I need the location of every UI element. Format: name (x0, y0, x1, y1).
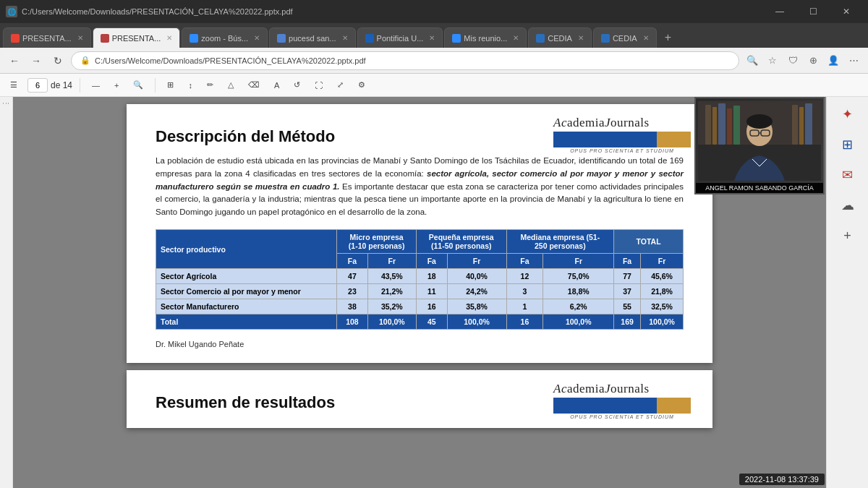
webcam-video (696, 98, 823, 183)
nav-icons: 🔍 ☆ 🛡 ⊕ 👤 ⋯ (744, 52, 862, 69)
nav-bar: ← → ↻ 🔒 C:/Users/Welcome/Downloads/PRESE… (0, 48, 868, 74)
table-subheader-fa3: Fa (506, 254, 543, 269)
table-cell-fr4-2: 21,8% (641, 284, 684, 299)
table-subheader-fa2: Fa (416, 254, 447, 269)
zoom-in-button[interactable]: + (110, 80, 123, 91)
tab-pontificia[interactable]: Pontificia U... ✕ (357, 27, 443, 48)
table-cell-fa4-t: 169 (614, 314, 641, 330)
new-tab-button[interactable]: + (658, 27, 678, 48)
draw-button[interactable]: △ (224, 79, 238, 91)
table-cell-total-label: Total (156, 314, 337, 330)
tab-favicon-7 (536, 34, 545, 43)
separator-2 (155, 78, 156, 93)
tab-close-2[interactable]: ✕ (166, 34, 172, 42)
page-input[interactable] (27, 78, 48, 93)
tabs-bar: PRESENTA... ✕ PRESENTA... ✕ zoom - Bús..… (0, 23, 868, 48)
minimize-button[interactable]: — (764, 0, 796, 23)
table-cell-fa1-2: 23 (337, 284, 367, 299)
settings-button[interactable]: ⚙ (354, 79, 370, 91)
table-cell-fr4-1: 45,6% (641, 269, 684, 284)
tab-close-4[interactable]: ✕ (342, 34, 348, 42)
table-cell-fr2-3: 35,8% (447, 299, 506, 314)
svg-rect-7 (792, 105, 798, 145)
tab-close-6[interactable]: ✕ (513, 34, 519, 42)
tab-cedia2[interactable]: CEDIA ✕ (593, 27, 657, 48)
tab-zoom[interactable]: zoom - Bús... ✕ (182, 27, 268, 48)
reload-button[interactable]: ↻ (49, 52, 67, 69)
search-pdf-button[interactable]: 🔍 (129, 79, 148, 91)
table-cell-fr3-t: 100,0% (543, 314, 614, 330)
tab-close-5[interactable]: ✕ (429, 34, 435, 42)
logo-text-row: AcademiaJournals (553, 116, 691, 130)
outlook-icon[interactable]: ✉ (835, 162, 861, 188)
table-cell-fr3-2: 18,8% (543, 284, 614, 299)
fullscreen-button[interactable]: ⤢ (333, 79, 348, 91)
more-icon[interactable]: ⋯ (845, 52, 862, 69)
close-button[interactable]: ✕ (830, 0, 862, 23)
tab-presenta1[interactable]: PRESENTA... ✕ (3, 27, 91, 48)
tab-label-5: Pontificia U... (377, 34, 424, 43)
table-subheader-fr1: Fr (367, 254, 416, 269)
table-cell-fa3-1: 12 (506, 269, 543, 284)
highlight-button[interactable]: A (270, 80, 284, 91)
back-button[interactable]: ← (6, 52, 23, 69)
onedrive-icon[interactable]: ☁ (835, 192, 861, 218)
shield-icon[interactable]: 🛡 (784, 52, 801, 69)
tab-pucesd[interactable]: pucesd san... ✕ (269, 27, 355, 48)
tab-presenta2[interactable]: PRESENTA... ✕ (93, 27, 181, 48)
address-bar[interactable]: 🔒 C:/Users/Welcome/Downloads/PRESENTACIÓ… (71, 51, 739, 70)
outline-button[interactable]: ☰ (6, 79, 22, 91)
rotate-button[interactable]: ↺ (289, 79, 305, 91)
logo-bar-blue (553, 132, 657, 147)
tab-favicon-4 (277, 34, 286, 43)
tab-close-7[interactable]: ✕ (578, 34, 584, 42)
tab-close-1[interactable]: ✕ (77, 34, 83, 42)
star-icon[interactable]: ☆ (764, 52, 781, 69)
right-panel: ✦ ⊞ ✉ ☁ + (826, 97, 868, 488)
table-cell-fr3-3: 6,2% (543, 299, 614, 314)
logo-tagline-2: OPUS PRO SCIENTIA ET STUDIUM (553, 414, 691, 419)
share-icon[interactable]: ⊕ (804, 52, 822, 69)
forward-button[interactable]: → (27, 52, 45, 69)
table-subheader-fa1: Fa (337, 254, 367, 269)
annotate-button[interactable]: ✏ (203, 79, 218, 91)
tab-label-8: CEDIA (613, 34, 637, 43)
table-cell-fa4-2: 37 (614, 284, 641, 299)
table-cell-fa2-1: 18 (416, 269, 447, 284)
logo-bar-gold-2 (657, 398, 692, 414)
plus-icon[interactable]: + (835, 223, 861, 249)
table-cell-fa2-3: 16 (416, 299, 447, 314)
copilot-icon[interactable]: ✦ (835, 101, 861, 127)
table-header-total: TOTAL (614, 230, 684, 254)
tab-label-1: PRESENTA... (22, 34, 72, 43)
profile-icon[interactable]: 👤 (825, 52, 842, 69)
fit-button[interactable]: ⛶ (310, 80, 327, 91)
table-row-total: Total 108 100,0% 45 100,0% 16 100,0% 169… (156, 314, 684, 330)
tab-label-3: zoom - Bús... (201, 34, 248, 43)
lock-icon: 🔒 (80, 56, 90, 65)
maximize-button[interactable]: ☐ (797, 0, 829, 23)
search-icon[interactable]: 🔍 (744, 52, 761, 69)
table-header-micro: Micro empresa(1-10 personas) (337, 230, 417, 254)
pdf-table: Sector productivo Micro empresa(1-10 per… (156, 229, 684, 330)
tab-reuniones[interactable]: Mis reunio... ✕ (444, 27, 527, 48)
svg-rect-9 (805, 103, 812, 145)
office-icon[interactable]: ⊞ (835, 132, 861, 158)
tab-label-6: Mis reunio... (464, 34, 507, 43)
tab-favicon-2 (101, 34, 109, 43)
table-header-mediana: Mediana empresa (51-250 personas) (506, 230, 614, 254)
pdf-page-2: AcademiaJournals OPUS PRO SCIENTIA ET ST… (127, 370, 712, 428)
tab-close-3[interactable]: ✕ (254, 34, 260, 42)
pdf-logo-2: AcademiaJournals OPUS PRO SCIENTIA ET ST… (553, 382, 691, 419)
scroll-button[interactable]: ↕ (184, 80, 197, 91)
left-panel-icon: ⋮ (2, 100, 10, 107)
table-row-agricola: Sector Agrícola 47 43,5% 18 40,0% 12 75,… (156, 269, 684, 284)
erase-button[interactable]: ⌫ (244, 79, 264, 91)
zoom-out-button[interactable]: — (88, 80, 104, 91)
logo-text-2: AcademiaJournals (553, 382, 650, 396)
table-row-comercio: Sector Comercio al por mayor y menor 23 … (156, 284, 684, 299)
tab-cedia1[interactable]: CEDIA ✕ (528, 27, 592, 48)
left-panel: ⋮ (0, 97, 13, 488)
page-layout-button[interactable]: ⊞ (163, 79, 178, 91)
tab-close-8[interactable]: ✕ (643, 34, 649, 42)
